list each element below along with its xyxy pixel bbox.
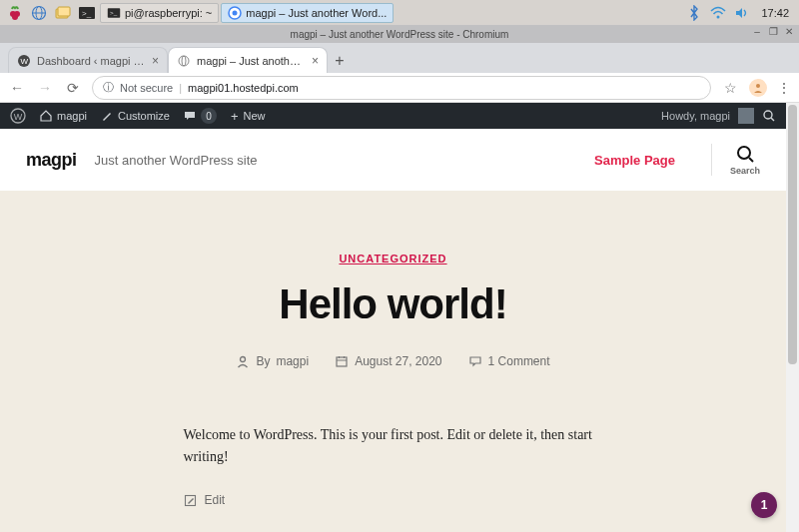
bookmark-star-icon[interactable]: ☆ <box>721 80 739 96</box>
svg-text:>_: >_ <box>82 9 92 18</box>
wp-comments-count: 0 <box>201 108 217 124</box>
author-prefix: By <box>256 354 270 368</box>
post-date[interactable]: August 27, 2020 <box>335 354 441 368</box>
url-text: magpi01.hostedpi.com <box>188 82 299 94</box>
post-author[interactable]: By magpi <box>236 354 309 368</box>
svg-point-24 <box>738 147 750 159</box>
terminal-icon[interactable]: >_ <box>76 3 98 23</box>
svg-line-23 <box>771 118 774 121</box>
forward-button[interactable]: → <box>36 80 54 96</box>
security-status: Not secure <box>120 82 173 94</box>
taskbar-task-chromium[interactable]: magpi – Just another Word... <box>221 3 394 23</box>
wp-site-link[interactable]: magpi <box>40 110 87 122</box>
post-body: Welcome to WordPress. This is your first… <box>184 424 603 467</box>
post-title[interactable]: Hello world! <box>0 280 786 328</box>
browser-tab-label: magpi – Just another W… <box>197 55 306 67</box>
clock[interactable]: 17:42 <box>755 7 795 19</box>
svg-text:W: W <box>21 57 29 66</box>
post-comments-link[interactable]: 1 Comment <box>468 354 550 368</box>
wp-logo-icon[interactable]: W <box>10 108 26 124</box>
taskbar-task-label: magpi – Just another Word... <box>246 7 387 19</box>
wp-search-icon[interactable] <box>762 109 776 123</box>
svg-point-22 <box>764 111 772 119</box>
svg-rect-7 <box>58 7 70 16</box>
wp-new-link[interactable]: + New <box>231 109 266 124</box>
address-bar[interactable]: ⓘ Not secure | magpi01.hostedpi.com <box>92 76 711 100</box>
browser-tab-label: Dashboard ‹ magpi — W… <box>37 55 146 67</box>
edit-label: Edit <box>205 493 226 507</box>
person-icon <box>236 354 250 368</box>
site-title[interactable]: magpi <box>26 150 77 171</box>
new-tab-button[interactable]: + <box>328 49 352 73</box>
volume-icon[interactable] <box>731 3 753 23</box>
svg-point-26 <box>241 357 246 362</box>
wp-site-name: magpi <box>57 110 87 122</box>
window-title-text: magpi – Just another WordPress site - Ch… <box>291 29 509 40</box>
svg-point-17 <box>179 56 189 66</box>
window-titlebar: magpi – Just another WordPress site - Ch… <box>0 25 799 43</box>
window-minimize-icon[interactable]: – <box>751 26 763 37</box>
wp-customize-link[interactable]: Customize <box>101 110 170 122</box>
reload-button[interactable]: ⟳ <box>64 80 82 96</box>
svg-line-25 <box>749 158 753 162</box>
plus-icon: + <box>231 109 239 124</box>
profile-avatar-button[interactable] <box>749 79 767 97</box>
date-text: August 27, 2020 <box>355 354 441 368</box>
comment-icon <box>468 354 482 368</box>
window-maximize-icon[interactable]: ❐ <box>767 26 779 37</box>
svg-text:>_: >_ <box>110 9 118 16</box>
wp-user-avatar[interactable] <box>738 108 754 124</box>
back-button[interactable]: ← <box>8 80 26 96</box>
svg-point-19 <box>756 84 760 88</box>
taskbar-task-terminal[interactable]: >_ pi@raspberrypi: ~ <box>100 3 219 23</box>
wp-new-label: New <box>244 110 266 122</box>
browser-tab[interactable]: W Dashboard ‹ magpi — W… × <box>8 47 168 73</box>
browser-toolbar: ← → ⟳ ⓘ Not secure | magpi01.hostedpi.co… <box>0 73 799 103</box>
post-category-link[interactable]: UNCATEGORIZED <box>339 253 446 265</box>
site-header: magpi Just another WordPress site Sample… <box>0 129 786 191</box>
taskbar-task-label: pi@raspberrypi: ~ <box>125 7 212 19</box>
nav-sample-page[interactable]: Sample Page <box>594 153 675 168</box>
comment-icon <box>184 110 196 122</box>
tab-close-icon[interactable]: × <box>152 54 159 68</box>
browser-menu-button[interactable]: ⋮ <box>777 80 791 96</box>
post-edit-link[interactable]: Edit <box>184 493 603 507</box>
files-icon[interactable] <box>52 3 74 23</box>
tab-close-icon[interactable]: × <box>312 54 319 68</box>
globe-icon[interactable] <box>28 3 50 23</box>
author-name: magpi <box>276 354 309 368</box>
wordpress-favicon-icon: W <box>17 54 31 68</box>
raspberry-menu-icon[interactable] <box>4 3 26 23</box>
wifi-icon[interactable] <box>707 3 729 23</box>
post-content: UNCATEGORIZED Hello world! By magpi Augu… <box>0 191 786 532</box>
site-favicon-icon <box>177 54 191 68</box>
fab-count: 1 <box>761 498 768 512</box>
site-tagline: Just another WordPress site <box>95 153 258 168</box>
wp-admin-bar: W magpi Customize 0 + New Howdy, magpi <box>0 103 786 129</box>
svg-rect-27 <box>337 357 347 366</box>
wp-greeting[interactable]: Howdy, magpi <box>661 110 730 122</box>
scrollbar-vertical[interactable] <box>786 103 799 532</box>
scrollbar-thumb[interactable] <box>788 105 797 364</box>
home-icon <box>40 110 52 122</box>
window-close-icon[interactable]: ✕ <box>783 26 795 37</box>
wp-comments-link[interactable]: 0 <box>184 108 217 124</box>
calendar-icon <box>335 354 349 368</box>
info-icon: ⓘ <box>103 80 114 95</box>
brush-icon <box>101 110 113 122</box>
svg-point-2 <box>12 14 18 20</box>
edit-icon <box>184 494 197 507</box>
search-icon <box>735 144 755 164</box>
svg-point-13 <box>233 10 238 15</box>
bluetooth-icon[interactable] <box>683 3 705 23</box>
post-meta: By magpi August 27, 2020 1 Comment <box>0 354 786 368</box>
site-search-button[interactable]: Search <box>711 144 760 176</box>
svg-point-18 <box>182 56 186 66</box>
site-search-label: Search <box>730 166 760 176</box>
notifications-fab[interactable]: 1 <box>751 492 777 518</box>
svg-text:W: W <box>14 112 23 122</box>
comments-text: 1 Comment <box>488 354 550 368</box>
browser-tabstrip: W Dashboard ‹ magpi — W… × magpi – Just … <box>0 43 799 73</box>
wp-customize-label: Customize <box>118 110 170 122</box>
browser-tab-active[interactable]: magpi – Just another W… × <box>168 47 328 73</box>
